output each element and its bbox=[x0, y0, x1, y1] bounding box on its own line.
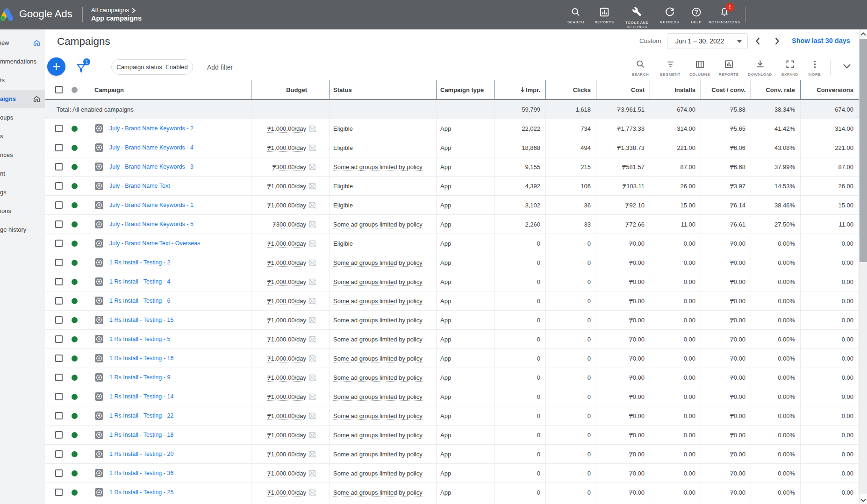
svg-text:?: ? bbox=[695, 9, 698, 15]
